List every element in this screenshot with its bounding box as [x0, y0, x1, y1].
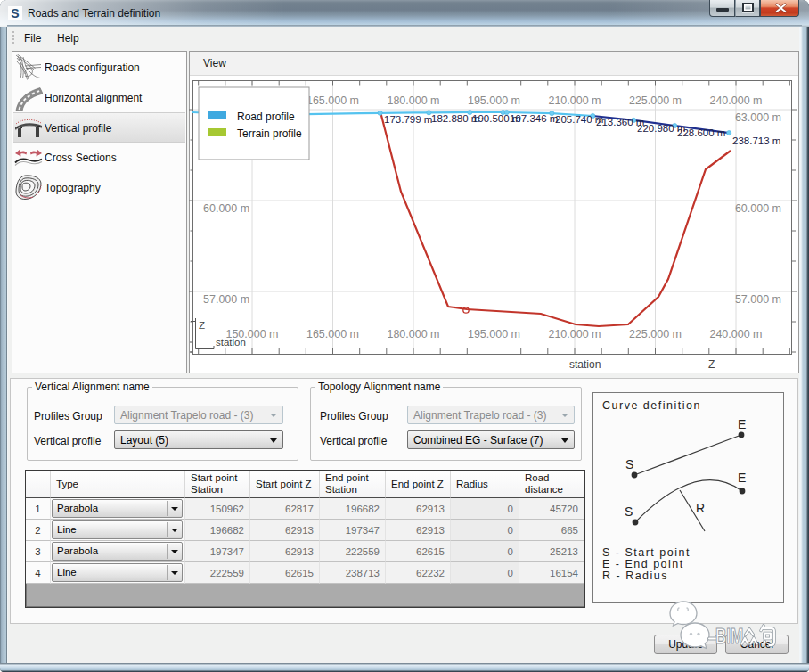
svg-text:165.000 m: 165.000 m: [306, 328, 359, 340]
svg-text:240.000 m: 240.000 m: [709, 94, 762, 107]
svg-text:210.000 m: 210.000 m: [548, 94, 601, 107]
svg-text:165.000 m: 165.000 m: [306, 94, 359, 107]
svg-text:S: S: [625, 457, 633, 471]
svg-text:57.000 m: 57.000 m: [203, 293, 249, 306]
svg-text:225.000 m: 225.000 m: [629, 94, 682, 107]
svg-text:60.000 m: 60.000 m: [203, 202, 249, 215]
svg-text:173.799 m: 173.799 m: [384, 114, 432, 125]
svg-text:225.000 m: 225.000 m: [629, 328, 682, 340]
svg-text:R: R: [696, 501, 705, 515]
svg-text:63.000 m: 63.000 m: [735, 111, 781, 124]
svg-text:240.000 m: 240.000 m: [709, 328, 762, 340]
svg-text:E: E: [738, 417, 746, 431]
svg-text:S - Start point: S - Start point: [602, 546, 691, 559]
svg-text:195.000 m: 195.000 m: [468, 328, 520, 340]
svg-text:station: station: [216, 337, 246, 348]
svg-text:S: S: [625, 504, 633, 519]
svg-text:Z: Z: [708, 358, 715, 371]
svg-text:180.000 m: 180.000 m: [387, 94, 439, 107]
svg-text:Z: Z: [199, 320, 205, 331]
svg-text:210.000 m: 210.000 m: [548, 328, 601, 340]
svg-text:228.600 m: 228.600 m: [677, 127, 725, 138]
svg-text:197.346 m: 197.346 m: [510, 113, 558, 124]
svg-text:Terrain profile: Terrain profile: [237, 127, 302, 140]
svg-text:238.713 m: 238.713 m: [732, 135, 780, 146]
svg-text:E: E: [738, 471, 746, 485]
svg-text:E - End point: E - End point: [602, 558, 684, 570]
svg-text:57.000 m: 57.000 m: [735, 293, 781, 306]
svg-text:60.000 m: 60.000 m: [735, 202, 781, 215]
svg-text:Curve definition: Curve definition: [602, 399, 701, 412]
svg-text:R - Radius: R - Radius: [602, 570, 668, 582]
svg-text:195.000 m: 195.000 m: [468, 94, 520, 107]
svg-text:station: station: [569, 358, 601, 371]
svg-text:BIM: BIM: [715, 626, 743, 648]
svg-text:180.000 m: 180.000 m: [387, 328, 439, 340]
svg-text:Road profile: Road profile: [237, 111, 295, 123]
